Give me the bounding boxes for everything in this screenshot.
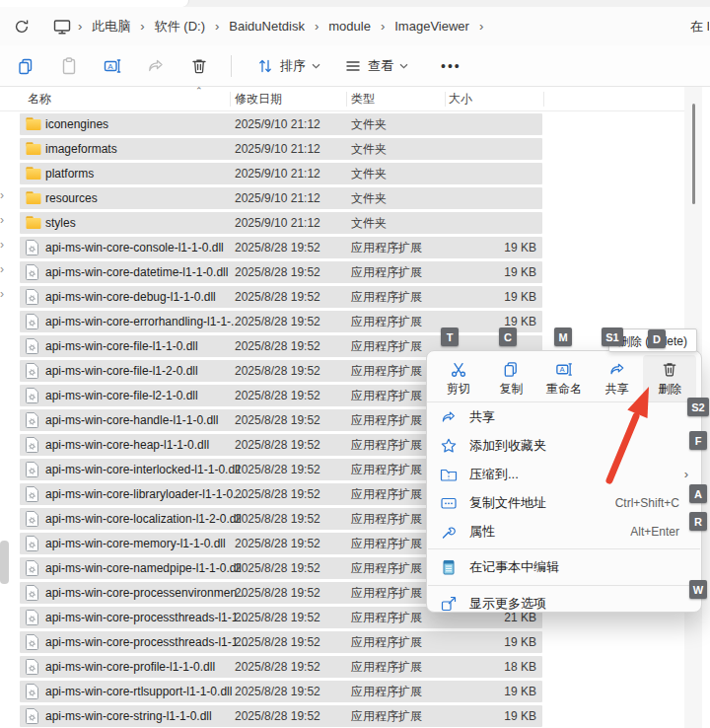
- file-type: 应用程序扩展: [351, 582, 422, 604]
- dll-file-icon: [26, 560, 38, 576]
- delete-quick-action[interactable]: 删除: [643, 355, 696, 401]
- column-divider[interactable]: [346, 92, 347, 107]
- share-label: 共享: [605, 381, 629, 398]
- rename-quick-action[interactable]: A 重命名: [537, 355, 591, 401]
- tree-expand-icon[interactable]: ›: [0, 289, 8, 299]
- menu-item-label: 添加到收藏夹: [469, 437, 546, 455]
- file-type: 应用程序扩展: [351, 237, 422, 258]
- file-type: 应用程序扩展: [351, 459, 422, 480]
- view-menu-button[interactable]: 查看: [335, 52, 417, 80]
- table-row[interactable]: api-ms-win-core-errorhandling-l1-1-... 2…: [20, 311, 542, 332]
- file-type: 应用程序扩展: [351, 508, 422, 530]
- cut-quick-action[interactable]: 剪切: [432, 355, 485, 401]
- dll-file-icon: [26, 536, 38, 551]
- nav-pane-scrollbar[interactable]: [0, 541, 9, 584]
- context-menu: 剪切 复制 A 重命名 共享 删除 共享 添加: [426, 350, 702, 613]
- menu-item-label: 在记事本中编辑: [469, 558, 559, 576]
- share-quick-action[interactable]: 共享: [591, 355, 644, 401]
- file-name: platforms: [45, 163, 94, 184]
- menu-item-properties[interactable]: 属性 Alt+Enter: [427, 517, 701, 546]
- dll-file-icon: [26, 338, 38, 354]
- table-row[interactable]: api-ms-win-core-console-l1-1-0.dll 2025/…: [20, 237, 542, 258]
- sort-menu-button[interactable]: 排序: [248, 52, 329, 80]
- file-type: 应用程序扩展: [351, 631, 422, 653]
- folder-icon: [26, 116, 41, 131]
- menu-item-edit-in-notepad[interactable]: 在记事本中编辑: [427, 552, 701, 582]
- zip-folder-icon: [440, 466, 458, 483]
- copy-button[interactable]: [8, 51, 43, 81]
- table-row[interactable]: api-ms-win-core-datetime-l1-1-0.dll 2025…: [20, 261, 542, 283]
- breadcrumb-item-imageviewer[interactable]: ImageViewer: [388, 15, 476, 37]
- folder-icon: [26, 190, 41, 205]
- menu-item-show-more-options[interactable]: 显示更多选项: [427, 589, 701, 619]
- tree-expand-icon[interactable]: ›: [0, 264, 8, 274]
- menu-item-label: 共享: [469, 408, 495, 426]
- column-header-type[interactable]: 类型: [351, 87, 375, 111]
- table-row[interactable]: api-ms-win-core-processthreads-l1-1... 2…: [20, 631, 542, 653]
- file-date: 2025/9/10 21:12: [235, 138, 320, 160]
- breadcrumb-chevron-icon: ›: [476, 19, 486, 34]
- delete-button[interactable]: [181, 51, 217, 81]
- menu-item-label: 显示更多选项: [469, 595, 546, 613]
- dll-file-icon: [26, 437, 38, 453]
- file-name: iconengines: [45, 113, 108, 135]
- menu-item-copy-path[interactable]: 复制文件地址 Ctrl+Shift+C: [427, 488, 701, 517]
- table-row[interactable]: api-ms-win-core-rtlsupport-l1-1-0.dll 20…: [20, 681, 542, 702]
- tree-expand-icon[interactable]: ›: [0, 190, 8, 200]
- menu-item-add-favorites[interactable]: 添加到收藏夹: [427, 431, 701, 460]
- column-header-size[interactable]: 大小: [449, 87, 472, 111]
- mark-badge: F: [689, 431, 707, 450]
- menu-item-share[interactable]: 共享: [427, 402, 701, 431]
- mark-badge: R: [689, 512, 707, 531]
- column-divider[interactable]: [230, 92, 231, 107]
- folder-icon: [26, 141, 41, 156]
- file-name: api-ms-win-core-rtlsupport-l1-1-0.dll: [45, 681, 232, 702]
- file-date: 2025/9/10 21:12: [235, 113, 320, 135]
- breadcrumb-item-baidunetdisk[interactable]: BaiduNetdisk: [222, 15, 312, 37]
- breadcrumb-item-module[interactable]: module: [321, 15, 378, 37]
- file-type: 文件夹: [351, 212, 387, 234]
- table-row[interactable]: api-ms-win-core-profile-l1-1-0.dll 2025/…: [20, 656, 542, 678]
- rename-button[interactable]: A: [95, 51, 130, 81]
- mark-badge: D: [648, 329, 666, 348]
- copy-icon: [16, 56, 36, 76]
- share-button[interactable]: [138, 51, 174, 81]
- copy-label: 复制: [499, 381, 523, 398]
- file-name: api-ms-win-core-heap-l1-1-0.dll: [45, 434, 209, 456]
- file-type: 应用程序扩展: [351, 607, 422, 628]
- menu-item-label: 复制文件地址: [469, 494, 546, 512]
- search-input[interactable]: 在 I: [690, 18, 709, 36]
- column-header-name[interactable]: 名称: [28, 87, 51, 111]
- copy-quick-action[interactable]: 复制: [485, 355, 538, 401]
- file-date: 2025/8/28 19:52: [235, 360, 320, 382]
- table-row[interactable]: imageformats 2025/9/10 21:12 文件夹: [20, 138, 542, 160]
- more-options-button[interactable]: •••: [431, 54, 471, 78]
- table-row[interactable]: iconengines 2025/9/10 21:12 文件夹: [20, 113, 542, 135]
- table-row[interactable]: api-ms-win-core-string-l1-1-0.dll 2025/8…: [20, 705, 542, 727]
- paste-icon: [59, 56, 79, 76]
- column-header-date[interactable]: 修改日期: [235, 87, 282, 111]
- dll-file-icon: [26, 289, 38, 305]
- file-type: 应用程序扩展: [351, 409, 422, 431]
- file-date: 2025/8/28 19:52: [235, 237, 320, 258]
- table-row[interactable]: platforms 2025/9/10 21:12 文件夹: [20, 163, 542, 184]
- column-divider[interactable]: [445, 92, 446, 107]
- table-row[interactable]: styles 2025/9/10 21:12 文件夹: [20, 212, 542, 234]
- dll-file-icon: [26, 314, 38, 329]
- breadcrumb-item-drive-d[interactable]: 软件 (D:): [148, 14, 212, 39]
- table-row[interactable]: api-ms-win-core-debug-l1-1-0.dll 2025/8/…: [20, 286, 542, 308]
- tree-expand-icon[interactable]: ›: [0, 215, 8, 225]
- column-divider[interactable]: [543, 92, 544, 107]
- table-row[interactable]: resources 2025/9/10 21:12 文件夹: [20, 187, 542, 209]
- scrollbar-thumb[interactable]: [692, 104, 695, 204]
- file-type: 应用程序扩展: [351, 705, 422, 727]
- chevron-down-icon: [312, 63, 320, 69]
- tree-expand-icon[interactable]: ›: [0, 240, 8, 250]
- breadcrumb-item-this-pc[interactable]: 此电脑: [85, 14, 137, 39]
- menu-item-compress[interactable]: 压缩到... ›: [427, 460, 701, 488]
- paste-button[interactable]: [51, 51, 87, 81]
- refresh-button[interactable]: [10, 15, 34, 38]
- file-date: 2025/8/28 19:52: [235, 508, 320, 530]
- file-name: api-ms-win-core-file-l1-1-0.dll: [45, 335, 198, 357]
- mark-badge: C: [499, 328, 517, 346]
